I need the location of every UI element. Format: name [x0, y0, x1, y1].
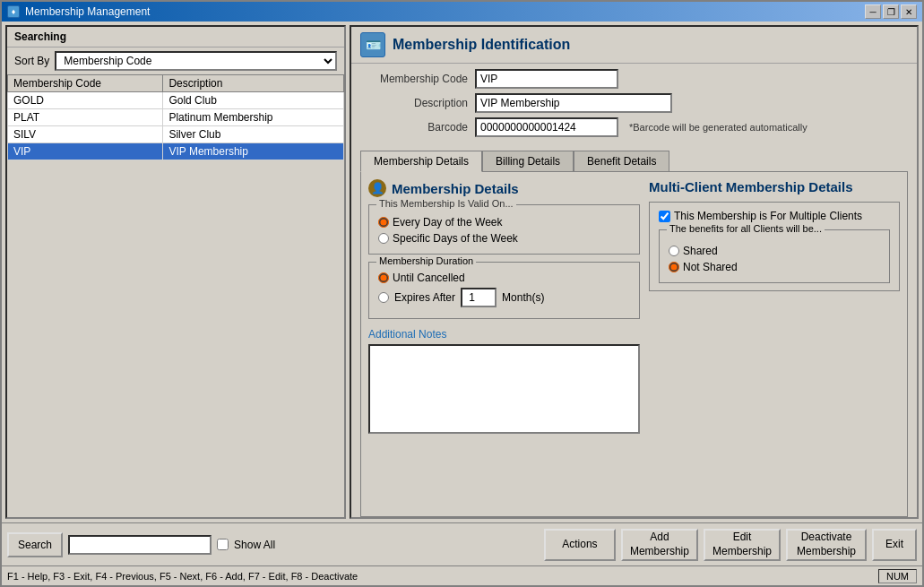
- table-cell-code: GOLD: [8, 92, 163, 109]
- duration-label: Membership Duration: [376, 255, 476, 266]
- help-text: F1 - Help, F3 - Exit, F4 - Previous, F5 …: [7, 571, 358, 582]
- table-scroll[interactable]: Membership Code Description GOLDGold Clu…: [7, 74, 344, 517]
- title-bar-left: ♦ Membership Management: [7, 5, 150, 18]
- tab-right: Multi-Client Membership Details This Mem…: [649, 179, 900, 436]
- table-cell-desc: Platinum Membership: [163, 109, 344, 126]
- description-input[interactable]: [475, 93, 672, 113]
- add-membership-button[interactable]: AddMembership: [621, 529, 698, 561]
- search-input[interactable]: [68, 535, 212, 555]
- table-row[interactable]: SILVSilver Club: [8, 126, 344, 143]
- shared-row: Shared: [669, 245, 880, 257]
- table-cell-code: SILV: [8, 126, 163, 143]
- sort-by-select[interactable]: Membership Code: [55, 51, 337, 71]
- tab-billing-details[interactable]: Billing Details: [482, 151, 574, 171]
- id-icon: 🪪: [360, 32, 385, 57]
- table-cell-desc: Gold Club: [163, 92, 344, 109]
- search-button[interactable]: Search: [7, 532, 63, 557]
- exit-button[interactable]: Exit: [872, 529, 917, 561]
- membership-details-icon: 👤: [368, 179, 386, 197]
- description-label: Description: [360, 97, 468, 109]
- restore-button[interactable]: ❐: [883, 4, 899, 19]
- show-all-checkbox[interactable]: [217, 539, 229, 550]
- additional-notes-section: Additional Notes: [368, 328, 640, 436]
- valid-on-label: This Membership Is Valid On...: [376, 198, 516, 209]
- left-panel: Searching Sort By Membership Code Member…: [5, 25, 346, 519]
- multiple-clients-label: This Membership is For Multiple Clients: [674, 210, 862, 222]
- window-title: Membership Management: [25, 5, 150, 18]
- membership-code-label: Membership Code: [360, 73, 468, 85]
- until-cancelled-radio[interactable]: [378, 272, 389, 283]
- table-cell-desc: VIP Membership: [163, 143, 344, 160]
- show-all-label: Show All: [234, 539, 275, 551]
- every-day-label: Every Day of the Week: [393, 216, 503, 229]
- table-cell-desc: Silver Club: [163, 126, 344, 143]
- specific-days-radio[interactable]: [378, 233, 389, 244]
- benefits-label: The benefits for all Clients will be...: [667, 223, 825, 234]
- month-unit-label: Month(s): [502, 291, 544, 304]
- every-day-radio[interactable]: [378, 217, 389, 228]
- tabs-row: Membership Details Billing Details Benef…: [360, 151, 908, 171]
- barcode-input[interactable]: [475, 117, 618, 137]
- app-icon: ♦: [7, 5, 20, 18]
- minimize-button[interactable]: ─: [865, 4, 881, 19]
- tab-content: 👤 Membership Details This Membership Is …: [360, 171, 908, 517]
- expires-after-label: Expires After: [394, 291, 455, 304]
- actions-button[interactable]: Actions: [544, 529, 616, 561]
- shared-label: Shared: [683, 245, 718, 257]
- tab-left: 👤 Membership Details This Membership Is …: [368, 179, 640, 436]
- membership-code-input[interactable]: [475, 69, 618, 89]
- right-panel: 🪪 Membership Identification Membership C…: [350, 25, 919, 519]
- title-bar: ♦ Membership Management ─ ❐ ✕: [2, 2, 922, 22]
- specific-days-label: Specific Days of the Week: [393, 232, 518, 245]
- duration-section: Membership Duration Until Cancelled Expi…: [368, 262, 640, 319]
- not-shared-label: Not Shared: [683, 261, 738, 273]
- table-row[interactable]: GOLDGold Club: [8, 92, 344, 109]
- edit-membership-button[interactable]: EditMembership: [704, 529, 781, 561]
- tab-membership-details[interactable]: Membership Details: [360, 151, 482, 172]
- valid-on-group: This Membership Is Valid On... Every Day…: [368, 204, 640, 255]
- barcode-note: *Barcode will be generated automatically: [629, 122, 807, 133]
- benefits-box: The benefits for all Clients will be... …: [659, 229, 890, 283]
- identification-header: 🪪 Membership Identification: [351, 27, 917, 64]
- tab-inner: 👤 Membership Details This Membership Is …: [368, 179, 900, 436]
- membership-details-title: 👤 Membership Details: [368, 179, 640, 197]
- not-shared-radio[interactable]: [669, 262, 679, 272]
- additional-notes-label: Additional Notes: [368, 328, 640, 341]
- membership-table: Membership Code Description GOLDGold Clu…: [7, 74, 344, 160]
- main-content: Searching Sort By Membership Code Member…: [2, 22, 922, 522]
- table-row[interactable]: PLATPlatinum Membership: [8, 109, 344, 126]
- shared-radio[interactable]: [669, 246, 679, 256]
- table-container: Membership Code Description GOLDGold Clu…: [7, 74, 344, 517]
- barcode-label: Barcode: [360, 121, 468, 134]
- sort-by-row: Sort By Membership Code: [7, 47, 344, 74]
- specific-days-row: Specific Days of the Week: [378, 232, 630, 245]
- sort-by-label: Sort By: [14, 55, 49, 67]
- description-row: Description: [360, 93, 908, 113]
- multi-client-box: This Membership is For Multiple Clients …: [649, 202, 900, 291]
- additional-notes-input[interactable]: [368, 344, 640, 434]
- status-bar: F1 - Help, F3 - Exit, F4 - Previous, F5 …: [2, 565, 922, 585]
- id-title: Membership Identification: [393, 37, 570, 53]
- until-cancelled-label: Until Cancelled: [393, 272, 465, 284]
- num-badge: NUM: [878, 569, 917, 583]
- close-button[interactable]: ✕: [901, 4, 917, 19]
- window-controls: ─ ❐ ✕: [865, 4, 917, 19]
- form-section: Membership Code Description Barcode *Bar…: [351, 64, 917, 147]
- expires-value-input[interactable]: [461, 288, 497, 307]
- col-header-desc: Description: [163, 75, 344, 92]
- multiple-clients-row: This Membership is For Multiple Clients: [659, 210, 890, 222]
- expires-after-radio[interactable]: [378, 292, 389, 303]
- tab-benefit-details[interactable]: Benefit Details: [574, 151, 669, 171]
- table-cell-code: VIP: [8, 143, 163, 160]
- until-cancelled-row: Until Cancelled: [378, 272, 630, 284]
- multi-client-title: Multi-Client Membership Details: [649, 179, 900, 194]
- searching-header: Searching: [7, 27, 344, 47]
- multiple-clients-checkbox[interactable]: [659, 211, 670, 222]
- table-row[interactable]: VIPVIP Membership: [8, 143, 344, 160]
- col-header-code: Membership Code: [8, 75, 163, 92]
- tabs-container: Membership Details Billing Details Benef…: [360, 151, 908, 171]
- not-shared-row: Not Shared: [669, 261, 880, 273]
- deactivate-membership-button[interactable]: DeactivateMembership: [786, 529, 867, 561]
- barcode-row: Barcode *Barcode will be generated autom…: [360, 117, 908, 137]
- expires-row: Expires After Month(s): [378, 288, 630, 307]
